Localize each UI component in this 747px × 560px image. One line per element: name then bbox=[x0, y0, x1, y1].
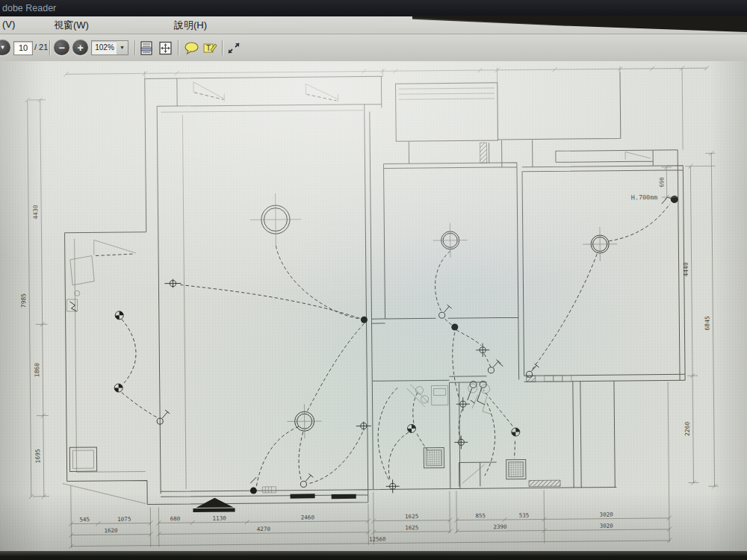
document-viewport[interactable]: 7985 4430 1860 1695 690 4440 6845 2260 H… bbox=[0, 61, 747, 551]
photo-bottom-edge bbox=[0, 551, 747, 560]
dim-label: 1625 bbox=[405, 513, 418, 520]
dim-label: 2390 bbox=[493, 523, 507, 530]
ceiling-light bbox=[250, 193, 302, 246]
junction-box bbox=[451, 324, 458, 331]
svg-text:T: T bbox=[206, 44, 211, 52]
wiring-dashed bbox=[120, 204, 672, 488]
ceiling-light bbox=[583, 227, 618, 262]
downlight bbox=[512, 428, 520, 436]
dim-label: 4440 bbox=[683, 262, 689, 277]
dim-label: 545 bbox=[79, 516, 90, 523]
junction-box bbox=[250, 488, 257, 494]
page-total-label: / 21 bbox=[34, 43, 48, 52]
dim-label: 2260 bbox=[684, 422, 691, 437]
dim-label: 7985 bbox=[20, 293, 27, 308]
ceiling-light bbox=[433, 223, 468, 258]
dim-label: 535 bbox=[519, 512, 530, 519]
page-down-icon[interactable]: ▼ bbox=[0, 40, 10, 55]
dim-label: 680 bbox=[170, 515, 181, 522]
fullscreen-icon[interactable] bbox=[226, 40, 242, 56]
zoom-out-icon[interactable]: − bbox=[54, 40, 69, 55]
light-fixtures bbox=[113, 190, 681, 496]
pdf-page: 7985 4430 1860 1695 690 4440 6845 2260 H… bbox=[0, 57, 747, 556]
window-title: dobe Reader bbox=[2, 3, 56, 13]
dim-label: 6845 bbox=[704, 316, 710, 331]
dim-label: 12560 bbox=[369, 536, 386, 543]
downlight bbox=[114, 384, 123, 392]
menu-window[interactable]: 視窗(W) bbox=[54, 19, 89, 32]
scroll-mode-icon[interactable] bbox=[138, 40, 155, 56]
dim-label: 3020 bbox=[600, 511, 614, 518]
zoom-in-icon[interactable]: + bbox=[72, 40, 88, 55]
downlight bbox=[407, 424, 415, 432]
dim-label: 1130 bbox=[213, 515, 227, 522]
ceiling-light bbox=[287, 404, 322, 439]
dim-label: 855 bbox=[475, 512, 486, 519]
floor-plan-svg: 7985 4430 1860 1695 690 4440 6845 2260 H… bbox=[0, 57, 747, 556]
dim-label: 1695 bbox=[34, 449, 41, 464]
dim-label: 1620 bbox=[104, 527, 118, 534]
window-titlebar: dobe Reader bbox=[0, 0, 747, 16]
menu-help[interactable]: 說明(H) bbox=[174, 19, 207, 32]
dim-label: 1625 bbox=[405, 524, 418, 531]
zoom-level-input[interactable]: 102% bbox=[91, 40, 118, 55]
highlight-text-icon[interactable]: T bbox=[202, 40, 218, 56]
page-number-input[interactable]: 10 bbox=[13, 41, 33, 55]
downlight bbox=[115, 311, 123, 320]
junction-box bbox=[361, 317, 368, 323]
dim-label: 690 bbox=[658, 177, 665, 187]
dim-label: 3020 bbox=[600, 523, 614, 529]
walls bbox=[59, 71, 686, 513]
dim-label: 1075 bbox=[117, 516, 131, 523]
zoom-dropdown-caret[interactable]: ▼ bbox=[117, 40, 128, 55]
switch bbox=[156, 304, 540, 488]
dim-label: 1860 bbox=[34, 363, 40, 378]
wall-light-label: H.700mm bbox=[631, 193, 658, 201]
menu-view-partial[interactable]: (V) bbox=[2, 19, 15, 30]
comment-icon[interactable] bbox=[183, 40, 199, 56]
fit-page-icon[interactable] bbox=[157, 40, 173, 56]
dim-label: 4430 bbox=[32, 205, 39, 220]
dim-label: 4270 bbox=[257, 526, 271, 532]
wall-light bbox=[671, 196, 678, 203]
dim-label: 2460 bbox=[301, 514, 315, 520]
photographed-monitor: dobe Reader (V) 視窗(W) 說明(H) ▼ 10 / 21 − … bbox=[0, 0, 747, 560]
